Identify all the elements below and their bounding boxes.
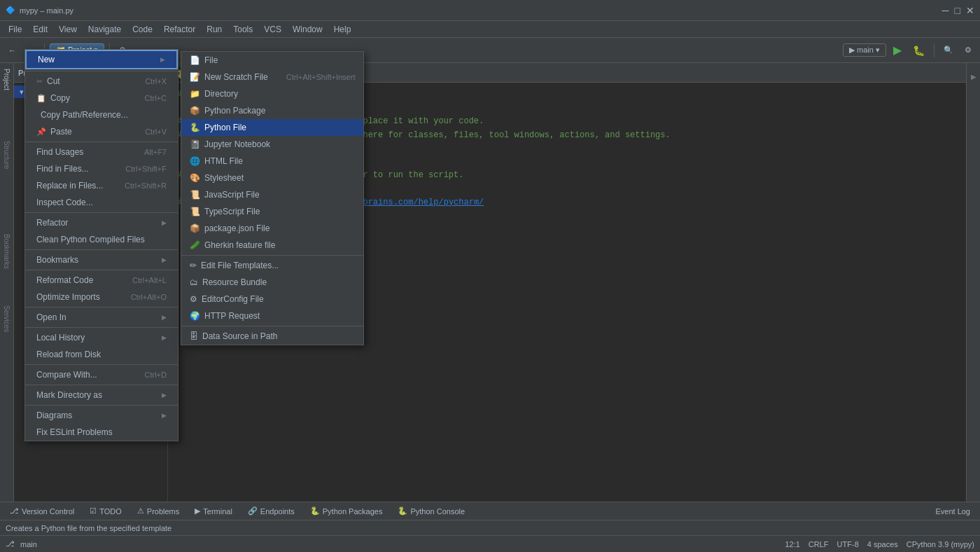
python-packages-icon: 🐍	[310, 506, 320, 516]
menu-view[interactable]: View	[53, 23, 83, 36]
tab-python-console[interactable]: 🐍 Python Console	[391, 504, 472, 518]
ctx-clean-compiled[interactable]: Clean Python Compiled Files	[25, 231, 178, 248]
submenu-stylesheet[interactable]: 🎨 Stylesheet	[181, 170, 363, 186]
submenu-edit-templates[interactable]: ✏ Edit File Templates...	[181, 257, 363, 274]
line-col-indicator[interactable]: 12:1	[785, 540, 799, 548]
ctx-refactor[interactable]: Refactor	[25, 214, 178, 231]
submenu-ts[interactable]: 📜 TypeScript File	[181, 203, 363, 220]
title-bar: 🔷 mypy – main.py ─ □ ✕	[0, 0, 980, 21]
packagejson-icon: 📦	[190, 223, 200, 233]
ctx-reformat[interactable]: Reformat Code Ctrl+Alt+L	[25, 272, 178, 289]
ctx-copy-label: Copy	[50, 93, 70, 103]
endpoints-icon: 🔗	[248, 506, 258, 516]
toolbar-settings2[interactable]: ⚙	[960, 43, 976, 57]
submenu-python-package[interactable]: 📦 Python Package	[181, 102, 363, 119]
event-log-label: Event Log	[935, 507, 970, 516]
submenu-js-label: JavaScript File	[204, 190, 260, 200]
submenu-http-request[interactable]: 🌍 HTTP Request	[181, 308, 363, 324]
tab-event-log[interactable]: Event Log	[928, 505, 977, 518]
tab-problems[interactable]: ⚠ Problems	[130, 504, 186, 518]
ctx-replace-in-files[interactable]: Replace in Files... Ctrl+Shift+R	[25, 177, 178, 194]
ctx-inspect-code[interactable]: Inspect Code...	[25, 194, 178, 211]
menu-edit[interactable]: Edit	[27, 23, 53, 36]
tab-todo[interactable]: ☑ TODO	[83, 504, 129, 518]
tab-endpoints[interactable]: 🔗 Endpoints	[241, 504, 302, 518]
encoding-indicator[interactable]: UTF-8	[837, 540, 859, 548]
menu-vcs[interactable]: VCS	[258, 23, 287, 36]
ctx-new[interactable]: New 📄 File 📝 New Scratch File Ctrl+Alt+S…	[25, 50, 178, 69]
submenu-scratch-file[interactable]: 📝 New Scratch File Ctrl+Alt+Shift+Insert	[181, 69, 363, 85]
tab-version-control[interactable]: ⎇ Version Control	[3, 504, 81, 518]
submenu-python-file[interactable]: 🐍 Python File	[181, 119, 363, 136]
ctx-bookmarks[interactable]: Bookmarks	[25, 251, 178, 268]
submenu-sep-1	[181, 255, 363, 256]
ctx-mark-directory[interactable]: Mark Directory as	[25, 387, 178, 403]
submenu-jupyter[interactable]: 📓 Jupyter Notebook	[181, 136, 363, 153]
menu-file[interactable]: File	[3, 23, 27, 36]
ctx-find-usages-label: Find Usages	[36, 147, 83, 157]
submenu-html[interactable]: 🌐 HTML File	[181, 153, 363, 170]
tab-terminal[interactable]: ▶ Terminal	[188, 504, 239, 518]
run-config-dropdown[interactable]: ▶ main ▾	[843, 43, 886, 57]
ctx-eslint[interactable]: Fix ESLint Problems	[25, 424, 178, 441]
menu-run[interactable]: Run	[201, 23, 227, 36]
menu-code[interactable]: Code	[127, 23, 158, 36]
submenu-directory[interactable]: 📁 Directory	[181, 85, 363, 102]
sidebar-structure-icon[interactable]: Structure	[1, 138, 12, 172]
menu-navigate[interactable]: Navigate	[83, 23, 127, 36]
ctx-paste[interactable]: 📌Paste Ctrl+V	[25, 123, 178, 140]
sidebar-bookmarks-icon[interactable]: Bookmarks	[1, 231, 12, 272]
menu-refactor[interactable]: Refactor	[158, 23, 201, 36]
ctx-sep-2	[25, 142, 178, 142]
ctx-refactor-label: Refactor	[36, 218, 68, 228]
vc-label: Version Control	[22, 507, 74, 516]
status-bar: ⎇ main 12:1 CRLF UTF-8 4 spaces CPython …	[0, 535, 980, 552]
ctx-cut[interactable]: ✂Cut Ctrl+X	[25, 73, 178, 90]
line-ending-indicator[interactable]: CRLF	[808, 540, 829, 548]
ctx-bookmarks-label: Bookmarks	[36, 255, 78, 265]
submenu-python-package-label: Python Package	[204, 106, 265, 116]
ctx-optimize-imports[interactable]: Optimize Imports Ctrl+Alt+O	[25, 289, 178, 305]
ctx-copy-path[interactable]: Copy Path/Reference...	[25, 106, 178, 123]
ctx-open-in[interactable]: Open In	[25, 309, 178, 326]
ctx-find-in-files[interactable]: Find in Files... Ctrl+Shift+F	[25, 160, 178, 177]
maximize-button[interactable]: □	[955, 5, 960, 16]
indent-indicator[interactable]: 4 spaces	[867, 540, 898, 548]
title-bar-controls[interactable]: ─ □ ✕	[942, 5, 974, 16]
submenu-sep-2	[181, 326, 363, 326]
minimize-button[interactable]: ─	[942, 5, 949, 16]
submenu-gherkin[interactable]: 🥒 Gherkin feature file	[181, 237, 363, 254]
python-console-icon: 🐍	[398, 506, 407, 516]
ctx-compare-with[interactable]: Compare With... Ctrl+D	[25, 366, 178, 383]
submenu-file-label: File	[204, 55, 218, 65]
submenu-html-label: HTML File	[204, 156, 243, 166]
submenu-editorconfig[interactable]: ⚙ EditorConfig File	[181, 291, 363, 308]
toolbar-back[interactable]: ←	[4, 44, 20, 57]
ctx-compare-shortcut: Ctrl+D	[145, 371, 167, 379]
file-icon: 📄	[190, 55, 200, 65]
ctx-copy[interactable]: 📋Copy Ctrl+C	[25, 90, 178, 106]
ctx-reload[interactable]: Reload from Disk	[25, 346, 178, 363]
menu-window[interactable]: Window	[287, 23, 328, 36]
menu-help[interactable]: Help	[328, 23, 357, 36]
ctx-diagrams[interactable]: Diagrams	[25, 407, 178, 424]
sidebar-project-icon[interactable]: Project	[1, 66, 12, 93]
run-button[interactable]: ▶	[889, 41, 906, 59]
tree-expand-icon: ▾	[20, 88, 24, 97]
submenu-file[interactable]: 📄 File	[181, 52, 363, 69]
debug-button[interactable]: 🐛	[909, 43, 929, 58]
ctx-sep-7	[25, 327, 178, 328]
submenu-js[interactable]: 📜 JavaScript File	[181, 186, 363, 203]
tab-python-packages[interactable]: 🐍 Python Packages	[303, 504, 390, 518]
ctx-sep-1	[25, 71, 178, 71]
submenu-resource-bundle[interactable]: 🗂 Resource Bundle	[181, 274, 363, 291]
submenu-packagejson[interactable]: 📦 package.json File	[181, 220, 363, 237]
sidebar-services-icon[interactable]: Services	[1, 303, 12, 335]
menu-tools[interactable]: Tools	[227, 23, 258, 36]
ctx-local-history[interactable]: Local History	[25, 329, 178, 346]
toolbar-search[interactable]: 🔍	[939, 43, 958, 57]
submenu-data-source[interactable]: 🗄 Data Source in Path	[181, 328, 363, 345]
submenu-resource-bundle-label: Resource Bundle	[202, 277, 267, 287]
ctx-find-usages[interactable]: Find Usages Alt+F7	[25, 144, 178, 160]
close-button[interactable]: ✕	[966, 5, 974, 16]
